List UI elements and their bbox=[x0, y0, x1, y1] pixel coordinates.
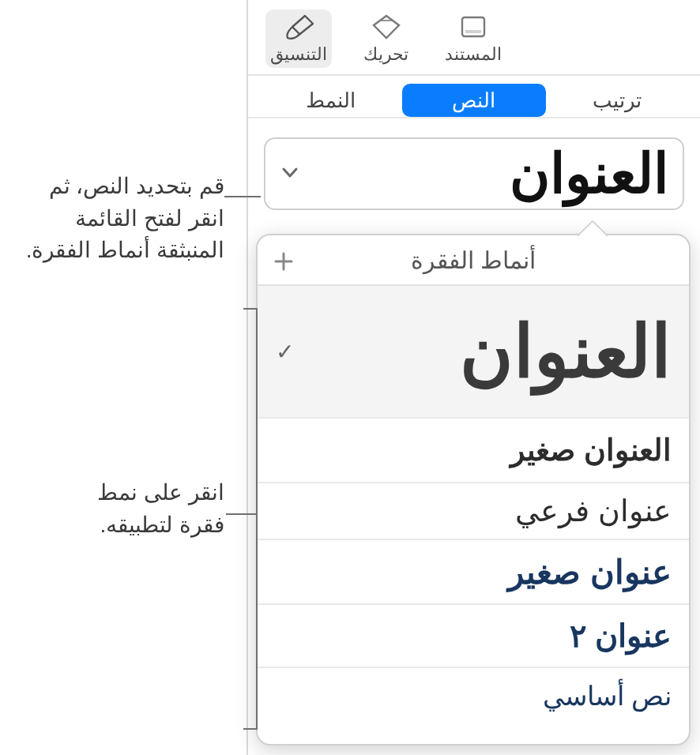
animate-tool[interactable]: تحريك bbox=[359, 9, 413, 68]
tab-arrange[interactable]: ترتيب bbox=[546, 84, 689, 117]
tab-style[interactable]: النمط bbox=[259, 84, 402, 117]
toolbar: التنسيق تحريك المستند bbox=[248, 0, 700, 76]
style-item-label: العنوان bbox=[297, 310, 672, 394]
callout-apply-style: انقر على نمط فقرة لتطبيقه. bbox=[74, 477, 224, 541]
current-style-label: العنوان bbox=[510, 141, 668, 206]
style-item-heading-small[interactable]: عنوان صغير bbox=[258, 540, 689, 605]
style-item-title-small[interactable]: العنوان صغير bbox=[258, 419, 689, 483]
style-item-label: عنوان فرعي bbox=[297, 494, 672, 528]
popover-header: أنماط الفقرة bbox=[258, 235, 689, 286]
document-tool[interactable]: المستند bbox=[440, 9, 506, 68]
style-item-label: عنوان ٢ bbox=[297, 618, 672, 654]
leader-line bbox=[243, 728, 258, 730]
paragraph-styles-popover: أنماط الفقرة ✓ العنوان العنوان صغير عنوا… bbox=[256, 234, 691, 746]
animate-tool-label: تحريك bbox=[363, 44, 408, 65]
add-style-button[interactable] bbox=[272, 246, 295, 280]
brush-icon bbox=[281, 13, 316, 41]
style-item-title[interactable]: ✓ العنوان bbox=[258, 286, 689, 419]
format-tool-label: التنسيق bbox=[270, 44, 327, 65]
style-item-body[interactable]: نص أساسي bbox=[258, 668, 689, 723]
check-icon: ✓ bbox=[272, 339, 297, 365]
style-item-label: عنوان صغير bbox=[297, 553, 672, 592]
inspector-tabs: النمط النص ترتيب bbox=[248, 76, 700, 118]
leader-line bbox=[256, 308, 258, 730]
leader-line bbox=[224, 196, 261, 197]
format-tool[interactable]: التنسيق bbox=[265, 9, 332, 68]
style-item-label: العنوان صغير bbox=[297, 433, 672, 468]
diamond-icon bbox=[369, 13, 404, 41]
popover-title: أنماط الفقرة bbox=[411, 246, 536, 274]
callout-open-popup: قم بتحديد النص، ثم انقر لفتح القائمة الم… bbox=[11, 171, 224, 267]
leader-line bbox=[226, 513, 256, 515]
chevron-down-icon bbox=[280, 162, 300, 186]
inspector-panel: التنسيق تحريك المستند النمط النص ترتيب ا… bbox=[247, 0, 700, 755]
paragraph-style-list: ✓ العنوان العنوان صغير عنوان فرعي عنوان … bbox=[258, 286, 689, 723]
svg-rect-0 bbox=[462, 17, 484, 36]
document-icon bbox=[456, 13, 491, 41]
style-item-subtitle[interactable]: عنوان فرعي bbox=[258, 483, 689, 540]
tab-text[interactable]: النص bbox=[402, 84, 545, 117]
style-item-heading-2[interactable]: عنوان ٢ bbox=[258, 605, 689, 668]
paragraph-style-popup-button[interactable]: العنوان bbox=[264, 137, 684, 210]
document-tool-label: المستند bbox=[445, 44, 502, 65]
svg-rect-1 bbox=[465, 30, 481, 33]
paragraph-style-control: العنوان bbox=[248, 118, 700, 210]
style-item-label: نص أساسي bbox=[297, 680, 672, 712]
leader-line bbox=[243, 308, 258, 310]
